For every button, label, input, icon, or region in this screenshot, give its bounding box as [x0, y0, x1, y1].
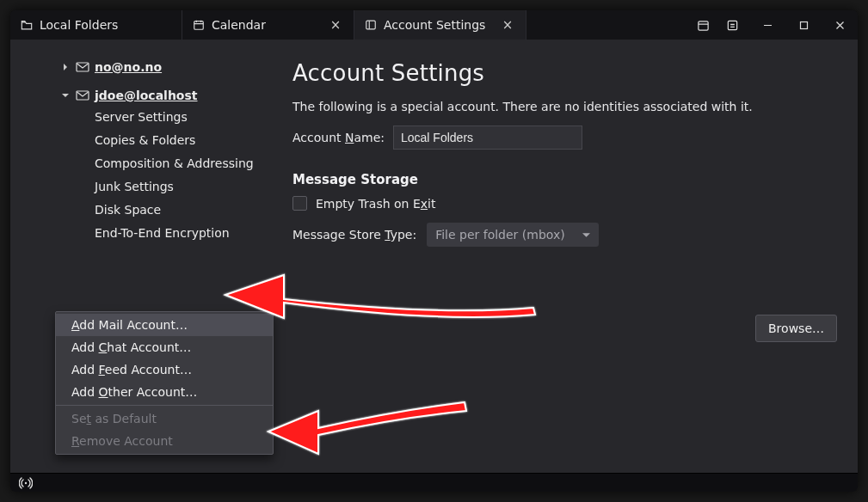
account-row-jdoe[interactable]: jdoe@localhost	[10, 85, 274, 105]
chevron-right-icon	[60, 64, 71, 70]
page-description: The following is a special account. Ther…	[292, 100, 839, 113]
account-row-no[interactable]: no@no.no	[10, 57, 274, 77]
menu-item-add-other-account[interactable]: Add Other Account…	[56, 381, 273, 403]
menu-item-add-mail-account[interactable]: Add Mail Account…	[56, 314, 273, 336]
tab-account-settings[interactable]: Account Settings ×	[354, 10, 526, 40]
menu-item-remove-account: Remove Account	[56, 430, 273, 452]
account-label: jdoe@localhost	[95, 89, 198, 102]
empty-trash-row[interactable]: Empty Trash on Exit	[292, 196, 839, 211]
title-bar: Local Folders Calendar × Account Setting…	[10, 10, 858, 40]
account-label: no@no.no	[95, 60, 162, 74]
store-type-row: Message Store Type: File per folder (mbo…	[292, 223, 839, 247]
maximize-button[interactable]	[785, 10, 822, 40]
svg-rect-4	[800, 21, 807, 28]
minimize-button[interactable]	[749, 10, 785, 40]
close-icon[interactable]: ×	[500, 17, 515, 33]
tab-label: Account Settings	[384, 18, 485, 32]
sidebar-item-composition-addressing[interactable]: Composition & Addressing	[10, 151, 274, 174]
folder-icon	[21, 19, 33, 31]
browse-button[interactable]: Browse…	[755, 315, 837, 342]
close-window-button[interactable]	[822, 10, 858, 40]
svg-rect-3	[728, 21, 736, 29]
chevron-down-icon	[582, 231, 590, 239]
chevron-down-icon	[60, 92, 71, 99]
store-type-select[interactable]: File per folder (mbox)	[427, 223, 599, 247]
status-bar	[10, 473, 858, 492]
mail-icon	[76, 90, 89, 101]
svg-rect-2	[698, 21, 707, 29]
titlebar-shortcut-buttons	[686, 10, 749, 40]
page-title: Account Settings	[292, 60, 839, 86]
sidebar-item-server-settings[interactable]: Server Settings	[10, 105, 274, 128]
tab-calendar[interactable]: Calendar ×	[182, 10, 354, 40]
sidebar-item-disk-space[interactable]: Disk Space	[10, 198, 274, 221]
calendar-shortcut-icon[interactable]	[691, 13, 715, 37]
sidebar-item-e2e-encryption[interactable]: End-To-End Encryption	[10, 221, 274, 244]
svg-point-7	[25, 481, 27, 483]
account-actions-menu: Add Mail Account… Add Chat Account… Add …	[55, 311, 274, 455]
close-icon[interactable]: ×	[328, 17, 343, 33]
tasks-shortcut-icon[interactable]	[720, 13, 744, 37]
account-name-row: Account Name:	[292, 126, 839, 150]
settings-content-pane: Account Settings The following is a spec…	[274, 40, 858, 473]
tab-label: Calendar	[212, 18, 266, 32]
empty-trash-checkbox[interactable]	[292, 196, 307, 211]
menu-item-add-feed-account[interactable]: Add Feed Account…	[56, 358, 273, 381]
menu-separator	[56, 405, 273, 406]
broadcast-icon	[19, 477, 33, 489]
account-name-input[interactable]	[393, 126, 582, 150]
tab-local-folders[interactable]: Local Folders	[10, 10, 182, 40]
svg-rect-0	[194, 21, 204, 30]
sidebar-item-copies-folders[interactable]: Copies & Folders	[10, 128, 274, 151]
mail-icon	[76, 62, 89, 72]
message-storage-heading: Message Storage	[292, 172, 839, 187]
tab-label: Local Folders	[40, 18, 118, 32]
calendar-icon	[193, 19, 205, 31]
settings-panel-icon	[365, 19, 377, 31]
menu-item-set-default: Set as Default	[56, 407, 273, 430]
empty-trash-label: Empty Trash on Exit	[316, 197, 435, 211]
account-name-label: Account Name:	[292, 131, 385, 144]
window-controls	[749, 10, 858, 40]
menu-item-add-chat-account[interactable]: Add Chat Account…	[56, 336, 273, 358]
store-type-label: Message Store Type:	[292, 228, 416, 242]
account-tree-sidebar: no@no.no jdoe@localhost Server Settings …	[10, 40, 274, 473]
sidebar-item-junk-settings[interactable]: Junk Settings	[10, 174, 274, 198]
svg-rect-1	[366, 21, 376, 29]
